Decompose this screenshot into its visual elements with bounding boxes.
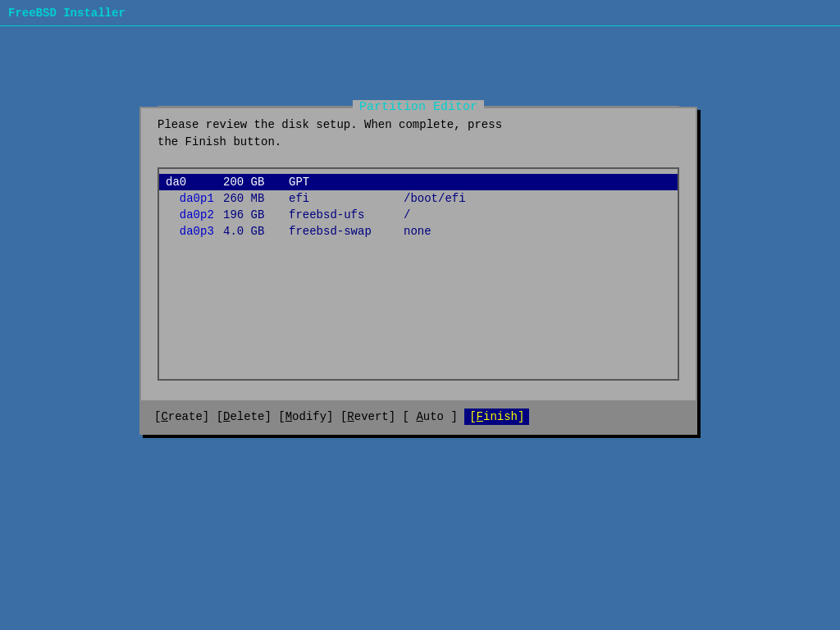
- partition-size-da0p1: 260 MB: [223, 192, 289, 205]
- partition-name-da0: da0: [166, 176, 223, 189]
- finish-button[interactable]: [Finish]: [464, 409, 529, 425]
- partition-size-da0: 200 GB: [223, 176, 289, 189]
- partition-size-da0p2: 196 GB: [223, 208, 289, 221]
- partition-name-da0p3: da0p3: [166, 225, 223, 238]
- top-bar-line: [0, 25, 840, 26]
- description-line1: Please review the disk setup. When compl…: [158, 116, 679, 134]
- partition-type-da0p1: efi: [289, 192, 404, 205]
- dialog-buttons: [Create] [Delete] [Modify] [Revert] [ Au…: [141, 400, 696, 433]
- partition-row-da0p3[interactable]: da0p3 4.0 GB freebsd-swap none: [159, 223, 678, 240]
- top-bar: FreeBSD Installer: [0, 0, 840, 26]
- partition-mount-da0p1: /boot/efi: [404, 192, 466, 205]
- partition-name-da0p1: da0p1: [166, 192, 223, 205]
- dialog-body: Please review the disk setup. When compl…: [141, 100, 696, 400]
- auto-button[interactable]: [ Auto ]: [403, 410, 458, 423]
- dialog-description: Please review the disk setup. When compl…: [158, 116, 679, 151]
- partition-mount-da0p3: none: [404, 225, 431, 238]
- partition-row-da0[interactable]: da0 200 GB GPT: [159, 174, 678, 190]
- dialog-title: Partition Editor: [353, 100, 484, 114]
- description-line2: the Finish button.: [158, 134, 679, 151]
- partition-type-da0p3: freebsd-swap: [289, 225, 404, 238]
- partition-mount-da0p2: /: [404, 208, 410, 221]
- partition-editor-dialog: Partition Editor Please review the disk …: [139, 107, 697, 435]
- delete-button[interactable]: [Delete]: [217, 410, 272, 423]
- create-button[interactable]: [Create]: [154, 410, 209, 423]
- modify-button[interactable]: [Modify]: [278, 410, 333, 423]
- revert-button[interactable]: [Revert]: [340, 410, 395, 423]
- partition-type-da0: GPT: [289, 176, 404, 189]
- partition-type-da0p2: freebsd-ufs: [289, 208, 404, 221]
- partition-name-da0p2: da0p2: [166, 208, 223, 221]
- partition-row-da0p1[interactable]: da0p1 260 MB efi /boot/efi: [159, 190, 678, 207]
- partition-list[interactable]: da0 200 GB GPT da0p1 260 MB efi /boot/ef…: [158, 167, 679, 381]
- partition-size-da0p3: 4.0 GB: [223, 225, 289, 238]
- partition-row-da0p2[interactable]: da0p2 196 GB freebsd-ufs /: [159, 207, 678, 223]
- app-title: FreeBSD Installer: [8, 7, 126, 20]
